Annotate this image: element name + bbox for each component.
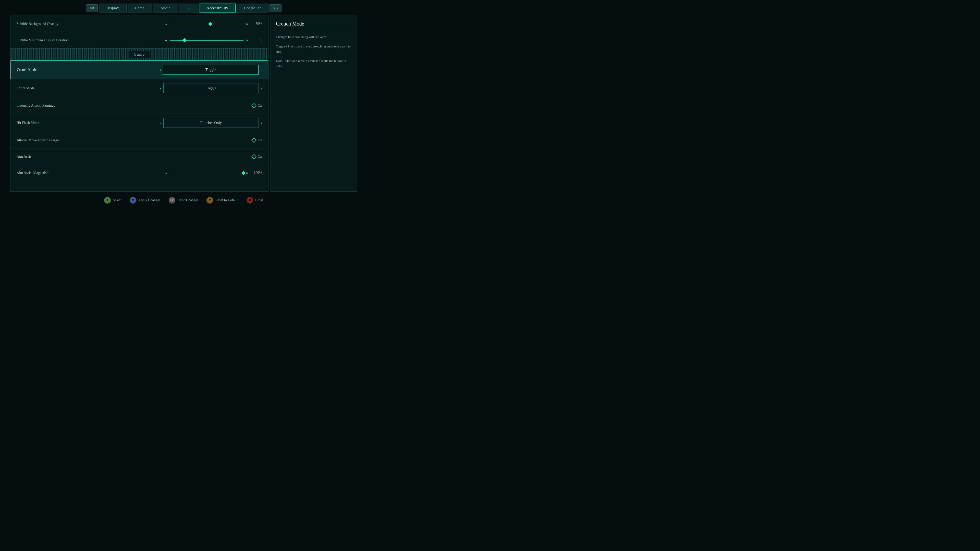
close-action[interactable]: B Close bbox=[247, 197, 263, 203]
select-icon: A bbox=[104, 197, 111, 203]
top-navigation: LB Display Game Audio UI Accessibility C… bbox=[0, 0, 368, 16]
apply-label: Apply Changes bbox=[138, 198, 161, 202]
incoming-attack-toggle[interactable]: On bbox=[252, 103, 262, 108]
slider-right-arrows-2[interactable]: » bbox=[246, 38, 248, 43]
detail-description-2: Toggle - Press once to start crouching a… bbox=[276, 44, 352, 55]
slider-track-3[interactable] bbox=[170, 173, 243, 173]
attacks-move-label: Attacks Move Towards Target bbox=[17, 138, 114, 142]
slider-left-arrows[interactable]: « bbox=[165, 22, 167, 26]
close-label: Close bbox=[255, 198, 263, 202]
attacks-move-control[interactable]: On bbox=[114, 138, 262, 142]
tab-ui[interactable]: UI bbox=[179, 3, 198, 13]
incoming-attack-value: On bbox=[258, 103, 262, 108]
game-section-separator: Game bbox=[11, 48, 268, 60]
tab-controller[interactable]: Controller bbox=[237, 3, 269, 13]
subtitle-bg-opacity-row: Subtitle Background Opacity « » 50% bbox=[11, 16, 268, 32]
subtitle-min-duration-control[interactable]: « » 0.5 bbox=[114, 38, 262, 43]
detail-divider bbox=[276, 30, 352, 30]
subtitle-duration-slider[interactable]: « » 0.5 bbox=[165, 38, 262, 43]
crouch-mode-value: Toggle bbox=[163, 65, 258, 75]
reset-icon: Y bbox=[207, 197, 213, 203]
aim-assist-label: Aim Assist bbox=[17, 155, 114, 159]
diamond-icon-2 bbox=[251, 138, 256, 143]
slider-thumb-2 bbox=[182, 38, 186, 42]
subtitle-min-duration-label: Subtitle Minimum Display Duration bbox=[17, 38, 114, 42]
aim-assist-value: On bbox=[258, 155, 262, 159]
detail-description-3: Hold - Start and remain crouched while t… bbox=[276, 59, 352, 69]
slider-left-arrows-2[interactable]: « bbox=[165, 38, 167, 43]
crouch-mode-label: Crouch Mode bbox=[17, 68, 114, 72]
undo-action[interactable]: LT Undo Changes bbox=[169, 197, 199, 203]
crouch-mode-row[interactable]: Crouch Mode ‹ Toggle › bbox=[11, 60, 268, 79]
aim-magnetism-slider[interactable]: « » 100% bbox=[165, 171, 262, 175]
apply-icon: X bbox=[130, 197, 136, 203]
subtitle-duration-value: 0.5 bbox=[251, 38, 262, 42]
slider-track[interactable] bbox=[170, 24, 243, 24]
reset-action[interactable]: Y Reset to Default bbox=[207, 197, 239, 203]
detail-title: Crouch Mode bbox=[276, 21, 352, 27]
sprint-mode-control[interactable]: ‹ Toggle › bbox=[114, 83, 262, 93]
slider-left-arrows-3[interactable]: « bbox=[165, 171, 167, 175]
aim-assist-magnetism-control[interactable]: « » 100% bbox=[114, 171, 262, 175]
sprint-right-arrow[interactable]: › bbox=[261, 86, 262, 91]
aim-magnetism-value: 100% bbox=[251, 171, 262, 175]
attacks-move-toggle[interactable]: On bbox=[252, 138, 262, 142]
subtitle-bg-slider[interactable]: « » 50% bbox=[165, 22, 262, 26]
tab-display[interactable]: Display bbox=[99, 3, 126, 13]
slider-track-2[interactable] bbox=[170, 40, 243, 41]
detail-description-1: Changes how crouching will activate: bbox=[276, 35, 352, 40]
aim-assist-control[interactable]: On bbox=[114, 155, 262, 159]
hit-flash-toggle[interactable]: ‹ Flinches Only › bbox=[160, 118, 262, 128]
select-action[interactable]: A Select bbox=[104, 197, 121, 203]
crouch-right-arrow[interactable]: › bbox=[261, 68, 262, 72]
attacks-move-value: On bbox=[258, 138, 262, 142]
game-section-label: Game bbox=[129, 51, 150, 58]
subtitle-bg-value: 50% bbox=[251, 22, 262, 26]
subtitle-bg-opacity-label: Subtitle Background Opacity bbox=[17, 22, 114, 26]
undo-label: Undo Changes bbox=[177, 198, 199, 202]
hit-flash-label: Hit Flash Mode bbox=[17, 121, 114, 125]
hit-flash-right-arrow[interactable]: › bbox=[261, 121, 262, 125]
sprint-mode-label: Sprint Mode bbox=[17, 86, 114, 90]
lb-button[interactable]: LB bbox=[86, 4, 98, 12]
settings-panel[interactable]: Subtitle Background Opacity « » 50% Subt… bbox=[10, 16, 269, 192]
slider-right-arrows[interactable]: » bbox=[246, 22, 248, 26]
subtitle-bg-opacity-control[interactable]: « » 50% bbox=[114, 22, 262, 26]
tab-accessibility[interactable]: Accessibility bbox=[199, 3, 235, 13]
reset-label: Reset to Default bbox=[215, 198, 239, 202]
incoming-attack-control[interactable]: On bbox=[114, 103, 262, 108]
detail-panel: Crouch Mode Changes how crouching will a… bbox=[270, 16, 357, 192]
crouch-left-arrow[interactable]: ‹ bbox=[160, 68, 161, 72]
hit-flash-control[interactable]: ‹ Flinches Only › bbox=[114, 118, 262, 128]
close-icon: B bbox=[247, 197, 253, 203]
slider-right-arrows-3[interactable]: » bbox=[246, 171, 248, 175]
aim-assist-magnetism-label: Aim Assist Magnetism bbox=[17, 171, 114, 175]
incoming-attack-label: Incoming Attack Warnings bbox=[17, 103, 114, 108]
diamond-icon-3 bbox=[251, 154, 256, 159]
tab-audio[interactable]: Audio bbox=[153, 3, 178, 13]
main-layout: Subtitle Background Opacity « » 50% Subt… bbox=[10, 16, 357, 192]
hit-flash-left-arrow[interactable]: ‹ bbox=[160, 121, 161, 125]
hit-flash-row[interactable]: Hit Flash Mode ‹ Flinches Only › bbox=[11, 114, 268, 132]
crouch-mode-toggle[interactable]: ‹ Toggle › bbox=[160, 65, 262, 75]
bottom-action-bar: A Select X Apply Changes LT Undo Changes… bbox=[0, 194, 368, 206]
sprint-mode-toggle[interactable]: ‹ Toggle › bbox=[160, 83, 262, 93]
incoming-attack-row[interactable]: Incoming Attack Warnings On bbox=[11, 97, 268, 114]
undo-icon: LT bbox=[169, 197, 175, 203]
aim-assist-magnetism-row: Aim Assist Magnetism « » 100% bbox=[11, 165, 268, 181]
aim-assist-row[interactable]: Aim Assist On bbox=[11, 148, 268, 165]
rb-button[interactable]: RB bbox=[269, 4, 282, 12]
hit-flash-value: Flinches Only bbox=[163, 118, 259, 128]
crouch-mode-control[interactable]: ‹ Toggle › bbox=[114, 65, 262, 75]
sprint-mode-row[interactable]: Sprint Mode ‹ Toggle › bbox=[11, 79, 268, 97]
tab-game[interactable]: Game bbox=[127, 3, 152, 13]
sprint-left-arrow[interactable]: ‹ bbox=[160, 86, 161, 91]
slider-thumb-3 bbox=[242, 171, 246, 175]
apply-action[interactable]: X Apply Changes bbox=[130, 197, 161, 203]
aim-assist-toggle[interactable]: On bbox=[252, 155, 262, 159]
diamond-icon-1 bbox=[251, 103, 256, 108]
select-label: Select bbox=[113, 198, 121, 202]
slider-thumb bbox=[208, 22, 212, 26]
subtitle-min-duration-row: Subtitle Minimum Display Duration « » 0.… bbox=[11, 32, 268, 48]
attacks-move-row[interactable]: Attacks Move Towards Target On bbox=[11, 132, 268, 148]
